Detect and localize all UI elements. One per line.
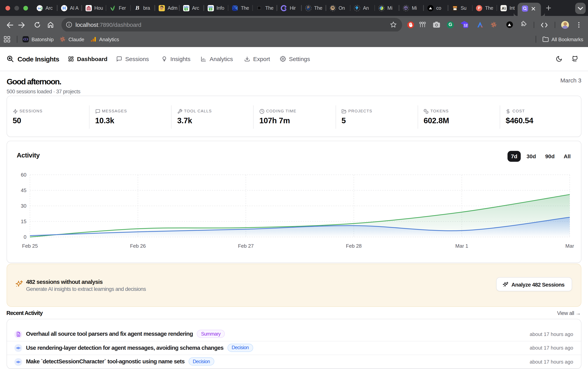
svg-text:15: 15 bbox=[21, 219, 26, 225]
svg-text:Feb 28: Feb 28 bbox=[346, 243, 362, 249]
svg-text:0: 0 bbox=[24, 234, 26, 240]
svg-text:60: 60 bbox=[21, 172, 26, 178]
svg-text:45: 45 bbox=[21, 188, 26, 194]
svg-text:Mar: Mar bbox=[566, 243, 574, 249]
svg-text:30: 30 bbox=[21, 203, 26, 209]
svg-text:Feb 26: Feb 26 bbox=[130, 243, 146, 249]
svg-text:Mar 1: Mar 1 bbox=[455, 243, 468, 249]
svg-text:Feb 27: Feb 27 bbox=[238, 243, 254, 249]
svg-text:Feb 25: Feb 25 bbox=[22, 243, 38, 249]
